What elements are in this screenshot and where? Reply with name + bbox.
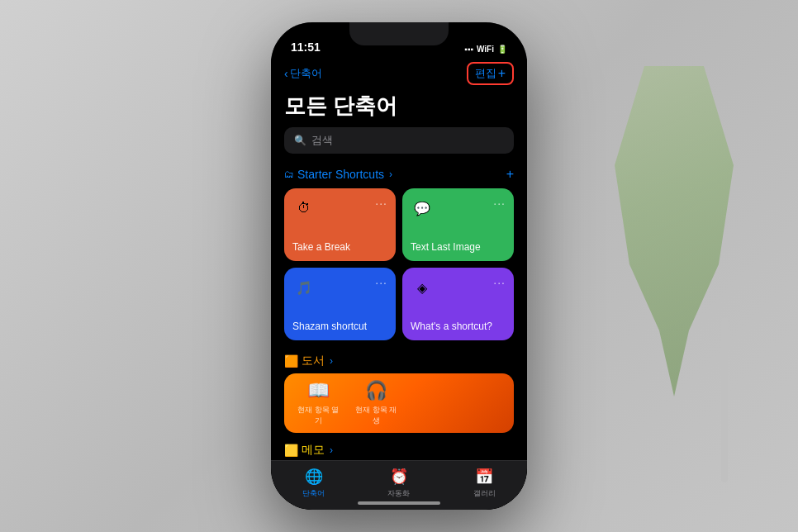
phone-mockup: 11:51 ▪▪▪ WiFi 🔋 ‹ 단축어 편집 + xyxy=(271,22,527,510)
books-chevron-icon: › xyxy=(330,355,333,367)
message-icon: 💬 xyxy=(411,197,434,220)
tab-automation[interactable]: ⏰ 자동화 xyxy=(387,468,410,499)
edit-label: 편집 xyxy=(475,66,496,81)
timer-icon: ⏱ xyxy=(292,197,316,220)
shortcut-name: Shazam shortcut xyxy=(292,321,387,332)
shortcut-take-a-break[interactable]: ⏱ ··· Take a Break xyxy=(284,188,396,261)
starter-title-label: Starter Shortcuts xyxy=(297,168,384,181)
folder-icon: 🗂 xyxy=(284,169,294,180)
automation-tab-label: 자동화 xyxy=(387,488,410,499)
books-section: 🟧 도서 › 📖 현재 항목 열기 🎧 현재 항목 재생 xyxy=(271,350,527,433)
shortcut-text-last-image[interactable]: 💬 ··· Text Last Image xyxy=(402,188,514,261)
books-play-label: 현재 항목 재생 xyxy=(355,405,397,426)
screen-content: ‹ 단축어 편집 + 모든 단축어 🔍 검색 xyxy=(271,59,527,510)
memo-title-label: 메모 xyxy=(302,443,325,458)
add-shortcut-button[interactable]: + xyxy=(498,66,506,81)
card-top: 🎵 ··· xyxy=(292,276,387,299)
starter-section-title[interactable]: 🗂 Starter Shortcuts › xyxy=(284,168,392,181)
status-icons: ▪▪▪ WiFi 🔋 xyxy=(464,45,507,54)
starter-chevron-icon: › xyxy=(389,169,392,180)
books-icon: 🟧 xyxy=(284,354,298,368)
more-options-icon[interactable]: ··· xyxy=(375,197,387,210)
back-label: 단축어 xyxy=(290,66,322,81)
home-indicator xyxy=(358,501,440,505)
memo-chevron-icon: › xyxy=(330,444,333,456)
search-bar[interactable]: 🔍 검색 xyxy=(284,127,514,154)
section-add-button[interactable]: + xyxy=(506,167,514,182)
phone-body: 11:51 ▪▪▪ WiFi 🔋 ‹ 단축어 편집 + xyxy=(271,22,527,510)
shortcuts-tab-label: 단축어 xyxy=(302,488,325,499)
books-item-open[interactable]: 📖 현재 항목 열기 xyxy=(297,380,339,426)
tab-shortcuts[interactable]: 🌐 단축어 xyxy=(302,468,325,499)
shortcut-shazam[interactable]: 🎵 ··· Shazam shortcut xyxy=(284,268,396,340)
card-top: 💬 ··· xyxy=(411,197,506,220)
books-card[interactable]: 📖 현재 항목 열기 🎧 현재 항목 재생 xyxy=(284,373,514,433)
books-open-label: 현재 항목 열기 xyxy=(297,405,339,426)
battery-icon: 🔋 xyxy=(497,45,507,54)
books-item-play[interactable]: 🎧 현재 항목 재생 xyxy=(355,380,397,426)
shortcuts-grid: ⏱ ··· Take a Break 💬 ··· Text Last Image xyxy=(271,188,527,347)
back-chevron-icon: ‹ xyxy=(284,67,288,80)
wifi-icon: WiFi xyxy=(477,45,494,54)
more-options-icon[interactable]: ··· xyxy=(375,276,387,289)
books-title-label: 도서 xyxy=(302,354,325,368)
shortcut-help-icon: ◈ xyxy=(411,276,434,299)
phone-notch xyxy=(349,22,449,45)
memo-icon: 🟨 xyxy=(284,444,298,457)
shortcuts-tab-icon: 🌐 xyxy=(305,468,323,486)
headphone-icon: 🎧 xyxy=(365,380,387,401)
more-options-icon[interactable]: ··· xyxy=(493,276,506,289)
signal-icon: ▪▪▪ xyxy=(464,45,473,54)
edit-button-wrapper[interactable]: 편집 + xyxy=(467,62,514,85)
search-icon: 🔍 xyxy=(294,135,306,146)
memo-title: 🟨 메모 › xyxy=(284,443,333,458)
shortcut-whats-a-shortcut[interactable]: ◈ ··· What's a shortcut? xyxy=(402,268,514,340)
music-icon: 🎵 xyxy=(292,276,316,299)
shortcut-name: What's a shortcut? xyxy=(411,321,506,332)
gallery-tab-icon: 📅 xyxy=(475,468,493,486)
card-top: ⏱ ··· xyxy=(292,197,387,220)
tab-gallery[interactable]: 📅 갤러리 xyxy=(473,468,496,499)
page-title: 모든 단축어 xyxy=(271,88,527,127)
automation-tab-icon: ⏰ xyxy=(390,468,408,486)
status-time: 11:51 xyxy=(291,40,321,54)
phone-screen: 11:51 ▪▪▪ WiFi 🔋 ‹ 단축어 편집 + xyxy=(271,22,527,510)
card-top: ◈ ··· xyxy=(411,276,506,299)
gallery-tab-label: 갤러리 xyxy=(473,488,496,499)
books-header[interactable]: 🟧 도서 › xyxy=(271,350,527,373)
nav-bar: ‹ 단축어 편집 + xyxy=(271,59,527,88)
book-open-icon: 📖 xyxy=(307,380,330,401)
books-title: 🟧 도서 › xyxy=(284,354,333,368)
shortcut-name: Take a Break xyxy=(292,241,387,253)
memo-header[interactable]: 🟨 메모 › xyxy=(271,439,527,463)
memo-section: 🟨 메모 › xyxy=(271,439,527,463)
starter-shortcuts-header: 🗂 Starter Shortcuts › + xyxy=(271,164,527,188)
more-options-icon[interactable]: ··· xyxy=(493,197,506,210)
search-input[interactable]: 검색 xyxy=(311,133,333,148)
stand-decoration xyxy=(721,317,728,482)
back-button[interactable]: ‹ 단축어 xyxy=(284,66,322,81)
shortcut-name: Text Last Image xyxy=(411,241,506,253)
